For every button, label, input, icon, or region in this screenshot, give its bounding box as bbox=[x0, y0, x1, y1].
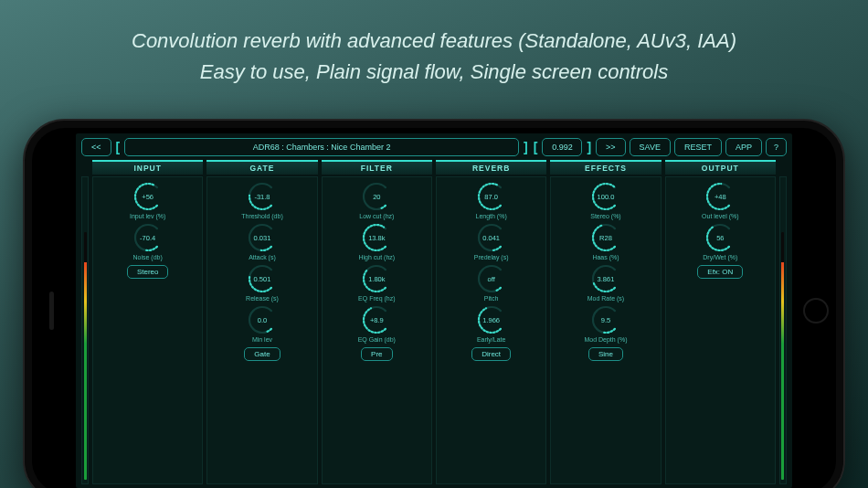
knob-dial[interactable]: 0.0 bbox=[247, 304, 278, 335]
knob-mod-depth-[interactable]: 9.5Mod Depth (%) bbox=[584, 304, 627, 343]
knob-min-lev[interactable]: 0.0Min lev bbox=[247, 304, 278, 343]
knob-dial[interactable]: 100.0 bbox=[590, 181, 621, 212]
knob-label: Predelay (s) bbox=[474, 254, 509, 260]
topbar: << [ ADR68 : Chambers : Nice Chamber 2 ]… bbox=[81, 137, 787, 157]
column-output: OUTPUT +48Out level (%) 56Dry/Wet (%)Efx… bbox=[665, 160, 776, 484]
knob-predelay-s-[interactable]: 0.041Predelay (s) bbox=[474, 222, 509, 260]
promo-line-1: Convolution reverb with advanced feature… bbox=[0, 26, 868, 57]
knob-dial[interactable]: +56 bbox=[132, 181, 164, 212]
knob-value: -31.8 bbox=[247, 181, 278, 212]
bracket-right-icon: ] bbox=[586, 140, 592, 154]
knob-value: 20 bbox=[361, 181, 392, 212]
knob-eq-gain-db-[interactable]: +8.9EQ Gain (db) bbox=[358, 304, 396, 343]
knob-value: 100.0 bbox=[590, 181, 621, 212]
knob-out-level-[interactable]: +48Out level (%) bbox=[702, 181, 738, 219]
knob-dial[interactable]: 3.861 bbox=[590, 263, 621, 294]
knob-length-[interactable]: 87.0Length (%) bbox=[476, 181, 507, 219]
knob-dial[interactable]: 9.5 bbox=[590, 304, 621, 335]
filter-mode-button[interactable]: Pre bbox=[361, 347, 392, 361]
knob-dial[interactable]: -31.8 bbox=[247, 181, 278, 212]
knob-low-cut-hz-[interactable]: 20Low cut (hz) bbox=[359, 181, 394, 219]
knob-label: Haas (%) bbox=[592, 254, 619, 260]
column-header: REVERB bbox=[436, 160, 546, 175]
knob-mod-rate-s-[interactable]: 3.861Mod Rate (s) bbox=[587, 263, 624, 302]
column-input: INPUT +56Input lev (%) -70.4Noise (db)St… bbox=[92, 160, 203, 484]
length-display[interactable]: 0.992 bbox=[542, 138, 582, 156]
knob-dial[interactable]: 0.041 bbox=[476, 222, 507, 253]
knob-label: Low cut (hz) bbox=[359, 213, 394, 219]
knob-label: Early/Late bbox=[477, 336, 506, 343]
column-header: GATE bbox=[206, 160, 317, 175]
knob-value: 56 bbox=[704, 222, 736, 253]
knob-label: Noise (db) bbox=[133, 254, 163, 260]
knob-dial[interactable]: 20 bbox=[361, 181, 392, 212]
knob-eq-freq-hz-[interactable]: 1.80kEQ Freq (hz) bbox=[358, 263, 395, 302]
knob-label: Out level (%) bbox=[702, 213, 738, 219]
knob-dial[interactable]: -70.4 bbox=[132, 222, 164, 253]
knob-value: 9.5 bbox=[590, 304, 621, 335]
knob-dial[interactable]: 87.0 bbox=[476, 181, 507, 212]
phone-home-button bbox=[803, 298, 829, 324]
input-mode-button[interactable]: Stereo bbox=[127, 265, 169, 279]
knob-attack-s-[interactable]: 0.031Attack (s) bbox=[247, 222, 278, 260]
reset-button[interactable]: RESET bbox=[674, 138, 722, 156]
knob-dial[interactable]: R28 bbox=[590, 222, 621, 253]
column-body: +56Input lev (%) -70.4Noise (db)Stereo bbox=[92, 176, 203, 484]
knob-value: 87.0 bbox=[476, 181, 507, 212]
knob-noise-db-[interactable]: -70.4Noise (db) bbox=[132, 222, 164, 260]
input-meter bbox=[81, 160, 89, 484]
meter-bar bbox=[84, 232, 87, 480]
knob-dial[interactable]: 13.8k bbox=[361, 222, 392, 253]
prev-preset-button[interactable]: << bbox=[81, 138, 111, 156]
knob-dial[interactable]: +48 bbox=[704, 181, 736, 212]
output-mode-button[interactable]: Efx: ON bbox=[697, 265, 743, 279]
promo-text: Convolution reverb with advanced feature… bbox=[0, 0, 868, 88]
knob-dial[interactable]: 56 bbox=[704, 222, 736, 253]
knob-dial[interactable]: 1.966 bbox=[476, 304, 507, 335]
bracket-left-icon: [ bbox=[533, 140, 539, 154]
save-button[interactable]: SAVE bbox=[630, 138, 671, 156]
next-preset-button[interactable]: >> bbox=[596, 138, 626, 156]
column-header: FILTER bbox=[322, 160, 432, 175]
knob-dial[interactable]: off bbox=[476, 263, 507, 294]
knob-pitch[interactable]: offPitch bbox=[476, 263, 507, 302]
bracket-right-icon: ] bbox=[523, 140, 529, 154]
knob-dial[interactable]: 1.80k bbox=[361, 263, 392, 294]
knob-label: EQ Freq (hz) bbox=[358, 295, 395, 302]
knob-dial[interactable]: 0.031 bbox=[247, 222, 278, 253]
knob-value: 13.8k bbox=[361, 222, 392, 253]
knob-haas-[interactable]: R28Haas (%) bbox=[590, 222, 621, 260]
knob-dial[interactable]: 0.501 bbox=[247, 263, 278, 294]
column-header: INPUT bbox=[92, 160, 203, 175]
knob-label: Input lev (%) bbox=[130, 213, 165, 219]
knob-value: 0.031 bbox=[247, 222, 278, 253]
knob-input-lev-[interactable]: +56Input lev (%) bbox=[130, 181, 165, 219]
bracket-left-icon: [ bbox=[115, 140, 122, 154]
columns: INPUT +56Input lev (%) -70.4Noise (db)St… bbox=[81, 160, 787, 484]
gate-mode-button[interactable]: Gate bbox=[244, 347, 280, 361]
knob-label: Dry/Wet (%) bbox=[703, 254, 737, 260]
preset-display[interactable]: ADR68 : Chambers : Nice Chamber 2 bbox=[124, 138, 519, 156]
column-reverb: REVERB 87.0Length (%) 0.041Predelay (s) … bbox=[436, 160, 546, 484]
knob-label: Attack (s) bbox=[249, 254, 276, 260]
help-button[interactable]: ? bbox=[766, 138, 787, 156]
column-body: +48Out level (%) 56Dry/Wet (%)Efx: ON bbox=[665, 176, 776, 484]
output-meter bbox=[779, 160, 787, 484]
knob-label: Release (s) bbox=[246, 295, 279, 302]
knob-value: +8.9 bbox=[361, 304, 392, 335]
knob-early-late[interactable]: 1.966Early/Late bbox=[476, 304, 507, 343]
knob-threshold-db-[interactable]: -31.8Threshold (db) bbox=[241, 181, 283, 219]
knob-stereo-[interactable]: 100.0Stereo (%) bbox=[590, 181, 621, 219]
effects-mode-button[interactable]: Sine bbox=[588, 347, 623, 361]
knob-value: off bbox=[476, 263, 507, 294]
knob-value: R28 bbox=[590, 222, 621, 253]
knob-dry-wet-[interactable]: 56Dry/Wet (%) bbox=[703, 222, 737, 260]
knob-dial[interactable]: +8.9 bbox=[361, 304, 392, 335]
app-button[interactable]: APP bbox=[725, 138, 762, 156]
knob-label: Pitch bbox=[484, 295, 499, 302]
knob-high-cut-hz-[interactable]: 13.8kHigh cut (hz) bbox=[358, 222, 395, 260]
reverb-mode-button[interactable]: Direct bbox=[471, 347, 511, 361]
app-screen: << [ ADR68 : Chambers : Nice Chamber 2 ]… bbox=[76, 133, 792, 488]
knob-value: 3.861 bbox=[590, 263, 621, 294]
knob-release-s-[interactable]: 0.501Release (s) bbox=[246, 263, 279, 302]
